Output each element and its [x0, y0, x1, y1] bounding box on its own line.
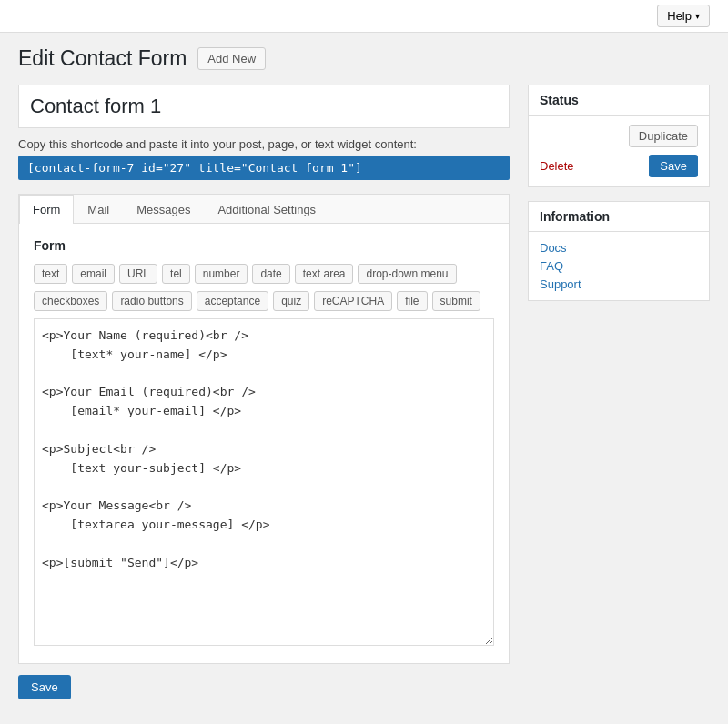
main-layout: Copy this shortcode and paste it into yo… [18, 85, 710, 710]
tag-btn-number[interactable]: number [195, 264, 248, 284]
page-header: Edit Contact Form Add New [18, 46, 710, 71]
tag-btn-textarea[interactable]: text area [295, 264, 354, 284]
main-content: Copy this shortcode and paste it into yo… [18, 85, 510, 710]
tab-additional-settings[interactable]: Additional Settings [204, 195, 329, 224]
info-links: Docs FAQ Support [540, 241, 698, 291]
information-box-content: Docs FAQ Support [529, 232, 709, 300]
shortcode-box[interactable]: [contact-form-7 id="27" title="Contact f… [18, 156, 510, 180]
tag-btn-dropdown[interactable]: drop-down menu [358, 264, 456, 284]
help-label: Help [667, 9, 692, 23]
form-name-row [18, 85, 510, 128]
tag-btn-tel[interactable]: tel [162, 264, 190, 284]
support-link[interactable]: Support [540, 277, 698, 291]
faq-link[interactable]: FAQ [540, 259, 698, 273]
duplicate-button[interactable]: Duplicate [629, 125, 698, 147]
information-box-title: Information [529, 202, 709, 232]
tag-btn-quiz[interactable]: quiz [273, 291, 309, 311]
shortcode-section: Copy this shortcode and paste it into yo… [18, 137, 510, 180]
tabs-panel: Form Mail Messages Additional Settings F… [18, 194, 510, 664]
top-bar: Help ▾ [0, 0, 728, 33]
page-wrapper: Edit Contact Form Add New Copy this shor… [0, 33, 728, 724]
status-box: Status Duplicate Delete Save [528, 85, 710, 187]
sidebar: Status Duplicate Delete Save Information [528, 85, 710, 315]
tag-btn-acceptance[interactable]: acceptance [197, 291, 268, 311]
delete-link[interactable]: Delete [540, 159, 574, 173]
tab-content-form: Form text email URL tel number date text… [19, 224, 509, 663]
tag-btn-recaptcha[interactable]: reCAPTCHA [314, 291, 392, 311]
tag-btn-url[interactable]: URL [119, 264, 157, 284]
sidebar-save-button[interactable]: Save [649, 155, 698, 177]
tag-buttons-row1: text email URL tel number date text area… [34, 264, 494, 284]
help-button[interactable]: Help ▾ [657, 5, 710, 27]
status-row: Delete Save [540, 155, 698, 177]
form-name-input[interactable] [30, 95, 498, 118]
shortcode-label: Copy this shortcode and paste it into yo… [18, 137, 510, 151]
status-box-content: Duplicate Delete Save [529, 116, 709, 186]
chevron-down-icon: ▾ [695, 11, 700, 21]
bottom-save-row: Save [18, 664, 510, 710]
form-content-textarea[interactable]: <p>Your Name (required)<br /> [text* you… [34, 318, 494, 646]
form-section-title: Form [34, 238, 494, 253]
status-actions: Duplicate Delete Save [540, 125, 698, 177]
tag-btn-text[interactable]: text [34, 264, 67, 284]
tag-btn-file[interactable]: file [397, 291, 427, 311]
tab-mail[interactable]: Mail [74, 195, 123, 224]
tag-btn-email[interactable]: email [72, 264, 115, 284]
tag-buttons-row2: checkboxes radio buttons acceptance quiz… [34, 291, 494, 311]
docs-link[interactable]: Docs [540, 241, 698, 255]
tag-btn-radio[interactable]: radio buttons [112, 291, 191, 311]
bottom-save-button[interactable]: Save [18, 675, 71, 699]
add-new-button[interactable]: Add New [197, 47, 266, 70]
tab-messages[interactable]: Messages [123, 195, 204, 224]
tabs-nav: Form Mail Messages Additional Settings [19, 195, 509, 224]
tag-btn-checkboxes[interactable]: checkboxes [34, 291, 107, 311]
information-box: Information Docs FAQ Support [528, 201, 710, 301]
tag-btn-date[interactable]: date [252, 264, 289, 284]
page-title: Edit Contact Form [18, 46, 187, 71]
status-box-title: Status [529, 85, 709, 116]
tag-btn-submit[interactable]: submit [432, 291, 480, 311]
tab-form[interactable]: Form [19, 195, 74, 224]
